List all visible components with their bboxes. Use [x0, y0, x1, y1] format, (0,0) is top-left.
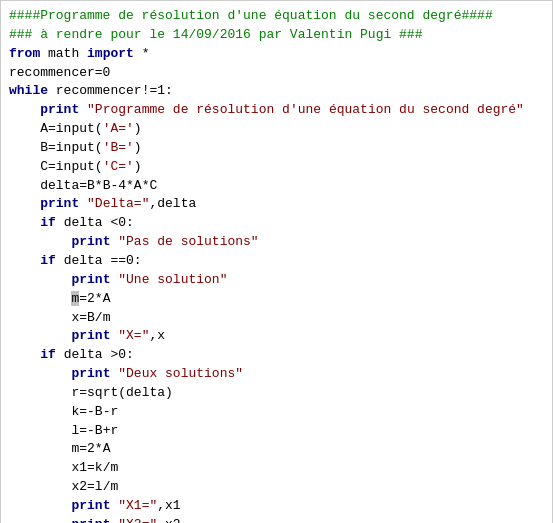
- normal-text: delta=B*B-4*A*C: [40, 178, 157, 193]
- normal-text: ): [134, 121, 142, 136]
- normal-text: x2=l/m: [71, 479, 118, 494]
- keyword-text: if: [40, 253, 56, 268]
- string-text: "Pas de solutions": [118, 234, 258, 249]
- code-line: print "X=",x: [9, 327, 544, 346]
- normal-text: ): [134, 140, 142, 155]
- code-line: delta=B*B-4*A*C: [9, 177, 544, 196]
- code-line: print "Pas de solutions": [9, 233, 544, 252]
- normal-text: delta ==0:: [56, 253, 142, 268]
- code-line: while recommencer!=1:: [9, 82, 544, 101]
- code-line: m=2*A: [9, 440, 544, 459]
- keyword-text: print: [71, 234, 110, 249]
- normal-text: recommencer=0: [9, 65, 110, 80]
- code-line: from math import *: [9, 45, 544, 64]
- code-editor: ####Programme de résolution d'une équati…: [0, 0, 553, 523]
- string-text: 'B=': [103, 140, 134, 155]
- keyword-text: while: [9, 83, 48, 98]
- comment-text: ### à rendre pour le 14/09/2016 par Vale…: [9, 27, 422, 42]
- normal-text: ): [134, 159, 142, 174]
- keyword-text: print: [40, 196, 79, 211]
- normal-text: r=sqrt(delta): [71, 385, 172, 400]
- keyword-text: if: [40, 215, 56, 230]
- code-line: print "Programme de résolution d'une équ…: [9, 101, 544, 120]
- code-line: print "X1=",x1: [9, 497, 544, 516]
- code-line: C=input('C='): [9, 158, 544, 177]
- string-text: "Delta=": [87, 196, 149, 211]
- code-line: if delta >0:: [9, 346, 544, 365]
- code-line: print "Une solution": [9, 271, 544, 290]
- code-line: print "Delta=",delta: [9, 195, 544, 214]
- normal-text: m=2*A: [71, 441, 110, 456]
- normal-text: delta >0:: [56, 347, 134, 362]
- string-text: "Une solution": [118, 272, 227, 287]
- normal-text: [79, 102, 87, 117]
- string-text: "Deux solutions": [118, 366, 243, 381]
- keyword-text: print: [71, 366, 110, 381]
- comment-text: ####Programme de résolution d'une équati…: [9, 8, 493, 23]
- normal-text: ,x2: [157, 517, 180, 523]
- keyword-text: print: [40, 102, 79, 117]
- keyword-text: print: [71, 272, 110, 287]
- code-line: A=input('A='): [9, 120, 544, 139]
- normal-text: [79, 196, 87, 211]
- string-text: "X=": [118, 328, 149, 343]
- normal-text: B=input(: [40, 140, 102, 155]
- normal-text: =2*A: [79, 291, 110, 306]
- code-line: x1=k/m: [9, 459, 544, 478]
- normal-text: k=-B-r: [71, 404, 118, 419]
- string-text: 'C=': [103, 159, 134, 174]
- keyword-text: print: [71, 328, 110, 343]
- code-line: print "Deux solutions": [9, 365, 544, 384]
- code-line: x=B/m: [9, 309, 544, 328]
- code-line: ### à rendre pour le 14/09/2016 par Vale…: [9, 26, 544, 45]
- normal-text: recommencer!=1:: [48, 83, 173, 98]
- code-line: l=-B+r: [9, 422, 544, 441]
- normal-text: *: [134, 46, 150, 61]
- code-line: ####Programme de résolution d'une équati…: [9, 7, 544, 26]
- normal-text: delta <0:: [56, 215, 134, 230]
- normal-text: x1=k/m: [71, 460, 118, 475]
- code-line: print "X2=",x2: [9, 516, 544, 523]
- normal-text: x=B/m: [71, 310, 110, 325]
- code-block: ####Programme de résolution d'une équati…: [9, 7, 544, 523]
- normal-text: math: [40, 46, 87, 61]
- string-text: 'A=': [103, 121, 134, 136]
- code-line: r=sqrt(delta): [9, 384, 544, 403]
- code-line: B=input('B='): [9, 139, 544, 158]
- code-line: m=2*A: [9, 290, 544, 309]
- normal-text: l=-B+r: [71, 423, 118, 438]
- keyword-text: print: [71, 517, 110, 523]
- code-line: if delta ==0:: [9, 252, 544, 271]
- normal-text: ,delta: [149, 196, 196, 211]
- normal-text: A=input(: [40, 121, 102, 136]
- code-line: x2=l/m: [9, 478, 544, 497]
- code-line: if delta <0:: [9, 214, 544, 233]
- string-text: "X2=": [118, 517, 157, 523]
- keyword-text: from: [9, 46, 40, 61]
- keyword-text: import: [87, 46, 134, 61]
- code-line: k=-B-r: [9, 403, 544, 422]
- code-line: recommencer=0: [9, 64, 544, 83]
- string-text: "X1=": [118, 498, 157, 513]
- string-text: "Programme de résolution d'une équation …: [87, 102, 524, 117]
- keyword-text: print: [71, 498, 110, 513]
- keyword-text: if: [40, 347, 56, 362]
- normal-text: ,x1: [157, 498, 180, 513]
- normal-text: ,x: [149, 328, 165, 343]
- normal-text: C=input(: [40, 159, 102, 174]
